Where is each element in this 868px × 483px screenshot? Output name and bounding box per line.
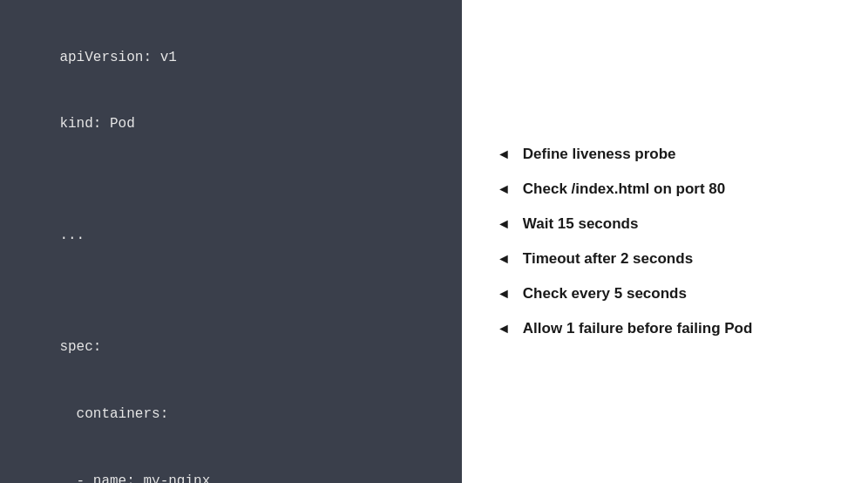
annotation-label-3: Timeout after 2 seconds xyxy=(523,250,693,268)
code-line-3: ... xyxy=(59,228,85,243)
annotation-arrow-4: ◄ xyxy=(497,286,511,302)
code-line-1: apiVersion: v1 xyxy=(59,50,176,65)
annotation-arrow-5: ◄ xyxy=(497,321,511,337)
annotation-item-5: ◄Allow 1 failure before failing Pod xyxy=(497,311,833,346)
annotation-arrow-0: ◄ xyxy=(497,146,511,162)
code-line-2: kind: Pod xyxy=(59,116,134,132)
annotation-label-0: Define liveness probe xyxy=(523,146,676,163)
code-line-5: containers: xyxy=(59,406,168,422)
code-block: apiVersion: v1 kind: Pod ... spec: conta… xyxy=(26,24,436,483)
annotation-label-5: Allow 1 failure before failing Pod xyxy=(523,320,753,337)
annotation-item-3: ◄Timeout after 2 seconds xyxy=(497,242,833,276)
left-panel: apiVersion: v1 kind: Pod ... spec: conta… xyxy=(0,0,462,483)
code-line-4: spec: xyxy=(59,339,101,355)
annotation-label-2: Wait 15 seconds xyxy=(523,215,639,233)
annotation-arrow-2: ◄ xyxy=(497,216,511,232)
annotation-arrow-1: ◄ xyxy=(497,181,511,197)
annotation-item-1: ◄Check /index.html on port 80 xyxy=(497,172,833,207)
annotation-arrow-3: ◄ xyxy=(497,251,511,267)
annotation-item-4: ◄Check every 5 seconds xyxy=(497,276,833,311)
annotation-item-0: ◄Define liveness probe xyxy=(497,137,833,172)
code-line-6: - name: my-nginx xyxy=(59,473,210,483)
right-panel: ◄Define liveness probe◄Check /index.html… xyxy=(462,0,868,483)
annotation-label-1: Check /index.html on port 80 xyxy=(523,180,725,198)
annotation-label-4: Check every 5 seconds xyxy=(523,285,687,303)
annotation-item-2: ◄Wait 15 seconds xyxy=(497,207,833,242)
